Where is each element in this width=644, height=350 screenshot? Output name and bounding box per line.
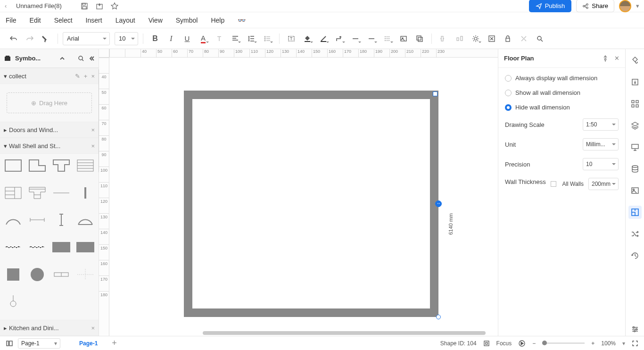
radio-hide[interactable]: Hide wall dimension xyxy=(505,104,619,111)
menu-help[interactable]: Help xyxy=(211,17,224,24)
image-rail-icon[interactable] xyxy=(628,184,642,197)
drawing-scale-select[interactable]: 1:50 xyxy=(583,118,619,131)
precision-select[interactable]: 10 xyxy=(583,158,619,170)
wall-rectangle-shape[interactable]: 6140 mm xyxy=(184,91,438,317)
bold-button[interactable]: B xyxy=(148,32,162,46)
undo-button[interactable] xyxy=(7,32,21,46)
close-icon[interactable]: × xyxy=(91,142,95,150)
radio-always-display[interactable]: Always display wall dimension xyxy=(505,75,619,82)
wall-left[interactable] xyxy=(184,91,192,317)
underline-button[interactable]: U xyxy=(180,32,194,46)
menu-view[interactable]: View xyxy=(149,17,163,24)
collapse-panel-icon[interactable] xyxy=(88,55,95,62)
shape-l[interactable] xyxy=(28,158,47,174)
lock-button[interactable] xyxy=(501,32,515,46)
fullscreen-icon[interactable] xyxy=(632,340,638,347)
database-icon[interactable] xyxy=(628,162,642,175)
shape-dim[interactable] xyxy=(28,212,47,228)
menu-file[interactable]: File xyxy=(6,17,17,24)
font-family-select[interactable]: Arial xyxy=(63,32,110,45)
text-case-button[interactable]: T xyxy=(212,32,226,46)
shape-cross[interactable] xyxy=(75,267,95,283)
import-icon[interactable] xyxy=(628,75,642,89)
avatar[interactable] xyxy=(619,0,631,12)
back-icon[interactable]: ‹ xyxy=(5,2,12,9)
close-icon[interactable]: × xyxy=(91,73,95,80)
all-walls-checkbox[interactable] xyxy=(551,181,556,187)
shape-circle[interactable] xyxy=(28,267,47,283)
line-spacing-button[interactable] xyxy=(244,32,258,46)
close-icon[interactable]: × xyxy=(91,325,95,332)
edit-icon[interactable]: ✎ xyxy=(75,73,80,80)
expand-up-icon[interactable] xyxy=(59,55,66,62)
pin-icon[interactable] xyxy=(602,55,609,62)
unit-select[interactable]: Millim... xyxy=(583,138,619,150)
insert-picture-button[interactable] xyxy=(396,32,411,46)
binoculars-icon[interactable]: 👓 xyxy=(238,17,246,24)
format-painter-button[interactable] xyxy=(39,32,53,46)
shape-fill-rect[interactable] xyxy=(52,239,71,255)
line-color-button[interactable] xyxy=(316,32,330,46)
shuffle-icon[interactable] xyxy=(628,227,642,241)
close-icon[interactable]: ✕ xyxy=(614,55,619,62)
shape-hline[interactable] xyxy=(52,185,71,201)
account-dropdown-icon[interactable]: ▾ xyxy=(636,2,639,9)
shape-rect[interactable] xyxy=(4,158,23,174)
font-color-button[interactable]: A xyxy=(196,32,210,46)
shape-arc1[interactable] xyxy=(4,212,23,228)
shape-t2[interactable] xyxy=(28,185,47,201)
radio-show-all[interactable]: Show all wall dimension xyxy=(505,89,619,96)
search-library-icon[interactable] xyxy=(78,55,84,62)
shape-zigzag2[interactable] xyxy=(28,239,47,255)
page-tab[interactable]: Page-1 xyxy=(79,340,98,347)
shape-fill-rect2[interactable] xyxy=(75,239,95,255)
selection-handle-ne[interactable] xyxy=(433,92,438,96)
shape-scale[interactable] xyxy=(52,267,71,283)
effects-button[interactable] xyxy=(469,32,483,46)
bullets-button[interactable] xyxy=(260,32,274,46)
theme-icon[interactable] xyxy=(628,54,642,67)
close-icon[interactable]: × xyxy=(91,126,95,133)
shape-l2[interactable] xyxy=(4,185,23,201)
add-page-button[interactable]: + xyxy=(112,338,117,348)
selection-handle-se[interactable] xyxy=(436,315,441,319)
wall-top[interactable] xyxy=(184,91,438,99)
shape-vline[interactable] xyxy=(75,185,95,201)
line-ends-button[interactable] xyxy=(380,32,395,46)
shape-square[interactable] xyxy=(4,267,23,283)
floorplan-icon[interactable] xyxy=(628,206,642,219)
font-size-select[interactable]: 10 xyxy=(115,32,138,45)
grid-icon[interactable] xyxy=(628,97,642,110)
layers-rail-icon[interactable] xyxy=(628,119,642,132)
focus-label[interactable]: Focus xyxy=(496,340,512,347)
resize-handle-east[interactable] xyxy=(435,200,442,207)
play-icon[interactable] xyxy=(518,340,526,347)
align-button[interactable] xyxy=(228,32,242,46)
outline-icon[interactable] xyxy=(6,340,13,347)
text-box-button[interactable]: T xyxy=(284,32,298,46)
menu-select[interactable]: Select xyxy=(54,17,73,24)
canvas-area[interactable]: 4050607080901001101201301401501601701801… xyxy=(99,49,498,336)
share-button[interactable]: Share xyxy=(576,0,614,12)
settings-rail-icon[interactable] xyxy=(628,323,642,336)
align-objects-button[interactable] xyxy=(437,32,451,46)
category-kitchen[interactable]: ▸ Kitchen and Dini... × xyxy=(0,320,99,336)
menu-layout[interactable]: Layout xyxy=(116,17,135,24)
star-icon[interactable] xyxy=(111,2,118,10)
zoom-level[interactable]: 100% xyxy=(601,340,616,347)
fill-color-button[interactable] xyxy=(300,32,314,46)
drawing-page[interactable]: 6140 mm xyxy=(109,58,498,336)
zoom-in-button[interactable]: + xyxy=(591,340,594,347)
zoom-slider[interactable] xyxy=(542,342,585,344)
italic-button[interactable]: I xyxy=(164,32,178,46)
wall-thickness-input[interactable]: 200mm xyxy=(588,178,619,190)
shape-north[interactable] xyxy=(4,293,23,309)
shape-hatch[interactable] xyxy=(75,158,95,174)
redo-button[interactable] xyxy=(23,32,37,46)
export-icon[interactable] xyxy=(96,2,103,10)
search-button[interactable] xyxy=(533,32,547,46)
shape-t[interactable] xyxy=(52,158,71,174)
category-collect[interactable]: ▾ collect ✎ + × xyxy=(0,68,99,84)
distribute-button[interactable] xyxy=(453,32,467,46)
shape-zigzag1[interactable] xyxy=(4,239,23,255)
